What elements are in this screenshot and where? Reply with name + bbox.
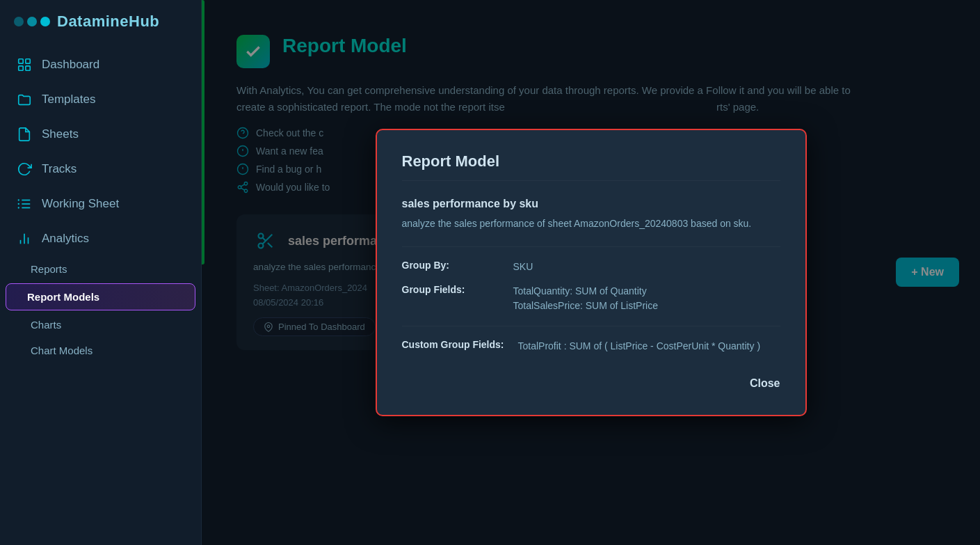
logo-dot-3	[40, 17, 50, 26]
modal-group-by-row: Group By: SKU	[402, 260, 780, 274]
modal-subtitle: sales performance by sku	[402, 198, 780, 210]
grid-icon	[17, 57, 32, 72]
modal-divider-1	[402, 246, 780, 247]
svg-rect-3	[26, 66, 30, 70]
modal-custom-group-label: Custom Group Fields:	[402, 339, 504, 354]
bar-chart-icon	[17, 231, 32, 246]
modal-description: analyze the sales performance of sheet A…	[402, 216, 780, 231]
main-content: Report Model With Analytics, You can get…	[202, 0, 980, 545]
refresh-icon	[17, 161, 32, 177]
sidebar-item-dashboard[interactable]: Dashboard	[0, 47, 201, 82]
modal-dialog: Report Model sales performance by sku an…	[376, 129, 807, 416]
sidebar-label-tracks: Tracks	[42, 162, 77, 176]
svg-rect-2	[19, 66, 23, 70]
sidebar-label-analytics: Analytics	[42, 232, 89, 246]
file-icon	[17, 127, 32, 142]
sidebar-item-working-sheet[interactable]: Working Sheet	[0, 187, 201, 221]
sidebar-subnav-chart-models-label: Chart Models	[31, 345, 93, 356]
folder-icon	[17, 92, 32, 107]
logo-dot-1	[14, 17, 24, 26]
sidebar-item-chart-models[interactable]: Chart Models	[0, 338, 201, 363]
sidebar-label-templates: Templates	[42, 93, 95, 106]
group-field-2: TotalSalesPrice: SUM of ListPrice	[513, 299, 780, 313]
sidebar-label-dashboard: Dashboard	[42, 58, 99, 72]
sidebar-item-tracks[interactable]: Tracks	[0, 152, 201, 187]
modal-group-fields-values: TotalQuantity: SUM of Quantity TotalSale…	[513, 284, 780, 313]
modal-group-fields-label: Group Fields:	[402, 284, 499, 313]
sidebar-label-working-sheet: Working Sheet	[42, 197, 119, 211]
sidebar-item-charts[interactable]: Charts	[0, 312, 201, 338]
logo-dots	[14, 17, 50, 26]
modal-custom-group-value: TotalProfit : SUM of ( ListPrice - CostP…	[518, 339, 780, 354]
modal-group-by-value: SKU	[513, 260, 780, 274]
modal-group-fields-row: Group Fields: TotalQuantity: SUM of Quan…	[402, 284, 780, 313]
modal-title: Report Model	[402, 152, 780, 181]
sidebar-item-reports[interactable]: Reports	[0, 256, 201, 282]
modal-overlay[interactable]: Report Model sales performance by sku an…	[202, 0, 980, 545]
list-icon	[17, 196, 32, 212]
sidebar-label-sheets: Sheets	[42, 127, 79, 141]
modal-group-by-label: Group By:	[402, 260, 499, 274]
sidebar-item-templates[interactable]: Templates	[0, 82, 201, 117]
modal-divider-2	[402, 326, 780, 326]
sidebar-item-sheets[interactable]: Sheets	[0, 117, 201, 152]
sidebar-subnav-report-models-label: Report Models	[27, 291, 99, 303]
logo-area: DatamineHub	[0, 13, 201, 47]
app-name: DatamineHub	[57, 13, 159, 31]
sidebar-item-analytics[interactable]: Analytics	[0, 221, 201, 256]
logo-dot-2	[27, 17, 37, 26]
modal-close-button[interactable]: Close	[750, 374, 780, 393]
sidebar-subnav-charts-label: Charts	[31, 319, 61, 331]
modal-custom-group-row: Custom Group Fields: TotalProfit : SUM o…	[402, 339, 780, 354]
group-field-1: TotalQuantity: SUM of Quantity	[513, 284, 780, 299]
svg-rect-0	[19, 59, 23, 63]
svg-rect-1	[26, 59, 30, 63]
sidebar: DatamineHub Dashboard Templates Sheets T…	[0, 0, 202, 545]
sidebar-item-report-models[interactable]: Report Models	[6, 283, 195, 310]
sidebar-subnav-reports-label: Reports	[31, 263, 67, 275]
